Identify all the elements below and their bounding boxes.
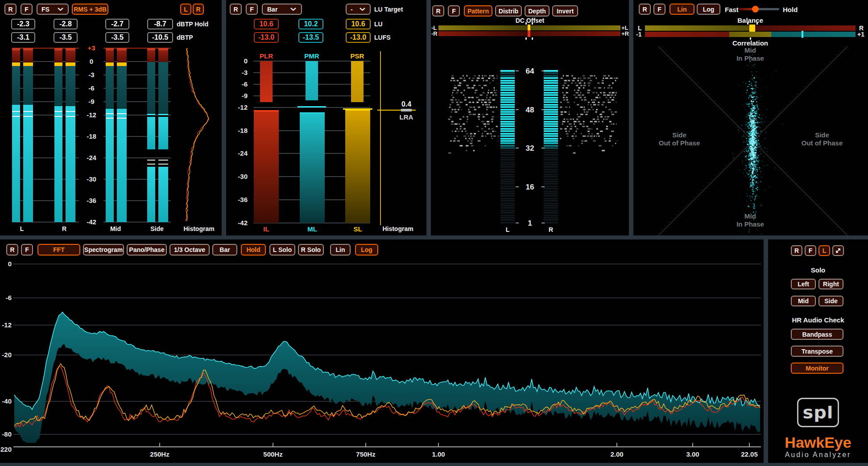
bit-pattern-dot [451,124,454,125]
bit-pattern-dot [596,136,597,137]
bit-pattern-dot [464,78,465,79]
gonio-sample-dot [750,67,751,67]
gonio-sample-dot [752,99,753,100]
gonio-sample-dot [750,130,751,131]
gonio-sample-dot [746,165,747,166]
gonio-sample-dot [756,141,756,142]
bit-pattern-dot [609,136,612,137]
monitor-button[interactable]: Monitor [791,363,843,374]
gonio-sample-dot [748,125,749,126]
bit-pattern-dot [488,102,491,103]
meter-segment [12,50,20,62]
gonio-sample-dot [756,118,757,119]
gonio-sample-dot [759,169,760,170]
bit-pattern-dot [591,107,592,108]
bit-pattern-dot [467,116,468,117]
phase-log-button[interactable]: Log [697,4,720,15]
sidebar-reset-button[interactable]: R [791,245,802,256]
meter-segment [158,62,168,113]
y-tick-label: -12 [2,321,12,329]
gonio-sample-dot [755,127,756,128]
gonio-sample-dot [746,103,748,104]
bit-pattern-dot [597,119,599,120]
bit-pattern-dot [573,119,574,120]
gonio-sample-dot [765,148,766,149]
gonio-sample-dot [750,162,751,163]
gonio-sample-dot [748,170,750,171]
gonio-sample-dot [756,141,758,143]
gonio-sample-dot [758,97,759,98]
phase-freeze-button[interactable]: F [653,4,665,15]
gonio-sample-dot [752,143,752,144]
speed-slider-knob[interactable] [752,6,759,12]
gonio-sample-dot [754,181,755,181]
gonio-sample-dot [755,108,756,109]
bit-pattern-dot [577,80,579,81]
gonio-sample-dot [753,180,755,181]
bit-pattern-dot [569,107,570,108]
gonio-sample-dot [751,96,752,98]
sidebar-l-button[interactable]: L [818,245,830,256]
bit-pattern-dot [590,136,592,137]
bit-pattern-dot [475,90,478,91]
lra-histogram-axis [380,51,381,225]
gonio-sample-dot [754,175,756,176]
bit-pattern-dot [479,119,479,120]
gonio-sample-dot [748,174,749,175]
bit-pattern-dot [594,121,597,122]
bit-pattern-dot [466,104,468,105]
meter-segment [54,50,62,62]
bit-pattern-dot [612,92,614,93]
gonio-sample-dot [748,105,749,107]
bit-pattern-dot [616,78,618,79]
bit-pattern-dot [478,75,480,76]
bit-pattern-dot [562,85,565,86]
bandpass-button[interactable]: Bandpass [791,329,843,340]
gonio-sample-dot [762,162,763,163]
meter-segment [54,62,62,66]
phase-log-label: Log [703,6,715,13]
gonio-sample-dot [734,79,734,80]
gonio-sample-dot [752,164,752,165]
bit-pattern-dot [576,128,578,129]
gonio-sample-dot [745,136,746,137]
solo-mid-button[interactable]: Mid [791,296,816,306]
bit-pattern-dot [478,114,480,115]
bit-pattern-dot [481,128,484,129]
phase-lin-button[interactable]: Lin [670,4,694,15]
gonio-sample-dot [752,87,752,87]
bit-pattern-dot [593,104,596,105]
phase-reset-button[interactable]: R [639,4,651,15]
bit-pattern-dot [602,80,603,81]
balance-left-zone [645,25,749,31]
peak-hold-line [158,164,168,165]
gonio-sample-dot [749,103,750,105]
bit-pattern-dot [571,75,573,76]
gonio-sample-dot [755,111,756,112]
gonio-sample-dot [750,109,751,110]
gonio-sample-dot [748,132,749,132]
solo-side-button[interactable]: Side [818,296,843,306]
transpose-button[interactable]: Transpose [791,346,843,357]
bit-pattern-dot [611,87,612,89]
solo-right-button[interactable]: Right [818,279,843,289]
bit-pattern-dot [455,85,456,86]
bit-pattern-dot [458,131,459,132]
collapse-button[interactable] [832,245,844,256]
gonio-sample-dot [755,133,756,134]
gonio-sample-dot [754,152,755,152]
bit-pattern-dot [596,109,598,110]
sidebar-freeze-button[interactable]: F [805,245,816,256]
scale-tick-label: -18 [83,132,100,140]
bit-pattern-dot [610,97,612,98]
gonio-sample-dot [752,97,753,98]
gonio-sample-dot [755,120,756,121]
gonio-sample-dot [751,110,752,111]
bit-pattern-dot [467,87,471,89]
bit-pattern-dot [594,87,596,89]
solo-left-button[interactable]: Left [791,279,816,289]
bit-pattern-dot [482,114,484,115]
gonio-sample-dot [747,148,748,149]
bit-pattern-dot [595,97,598,98]
gonio-sample-dot [750,128,750,128]
